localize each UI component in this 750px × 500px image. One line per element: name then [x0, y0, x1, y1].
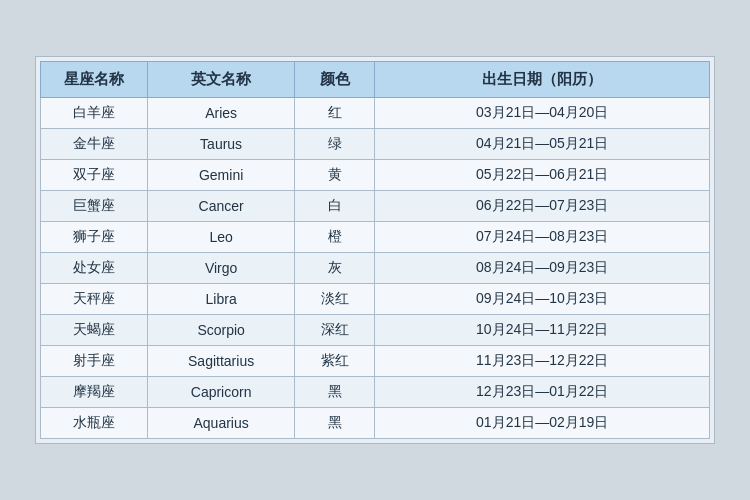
- cell-date: 07月24日—08月23日: [375, 222, 710, 253]
- cell-english: Taurus: [148, 129, 295, 160]
- cell-chinese: 白羊座: [41, 98, 148, 129]
- cell-chinese: 狮子座: [41, 222, 148, 253]
- cell-english: Cancer: [148, 191, 295, 222]
- header-chinese: 星座名称: [41, 62, 148, 98]
- table-row: 水瓶座Aquarius黑01月21日—02月19日: [41, 408, 710, 439]
- cell-chinese: 处女座: [41, 253, 148, 284]
- table-row: 处女座Virgo灰08月24日—09月23日: [41, 253, 710, 284]
- cell-chinese: 金牛座: [41, 129, 148, 160]
- cell-english: Scorpio: [148, 315, 295, 346]
- cell-date: 10月24日—11月22日: [375, 315, 710, 346]
- cell-date: 05月22日—06月21日: [375, 160, 710, 191]
- cell-color: 绿: [295, 129, 375, 160]
- cell-chinese: 射手座: [41, 346, 148, 377]
- cell-color: 深红: [295, 315, 375, 346]
- cell-color: 黄: [295, 160, 375, 191]
- table-row: 摩羯座Capricorn黑12月23日—01月22日: [41, 377, 710, 408]
- cell-chinese: 天秤座: [41, 284, 148, 315]
- cell-color: 橙: [295, 222, 375, 253]
- table-row: 天蝎座Scorpio深红10月24日—11月22日: [41, 315, 710, 346]
- cell-english: Aries: [148, 98, 295, 129]
- cell-english: Virgo: [148, 253, 295, 284]
- cell-color: 淡红: [295, 284, 375, 315]
- cell-english: Sagittarius: [148, 346, 295, 377]
- cell-color: 紫红: [295, 346, 375, 377]
- cell-date: 03月21日—04月20日: [375, 98, 710, 129]
- table-row: 金牛座Taurus绿04月21日—05月21日: [41, 129, 710, 160]
- cell-english: Capricorn: [148, 377, 295, 408]
- zodiac-table-container: 星座名称 英文名称 颜色 出生日期（阳历） 白羊座Aries红03月21日—04…: [35, 56, 715, 444]
- cell-english: Gemini: [148, 160, 295, 191]
- table-row: 巨蟹座Cancer白06月22日—07月23日: [41, 191, 710, 222]
- cell-date: 08月24日—09月23日: [375, 253, 710, 284]
- cell-chinese: 天蝎座: [41, 315, 148, 346]
- cell-color: 白: [295, 191, 375, 222]
- table-body: 白羊座Aries红03月21日—04月20日金牛座Taurus绿04月21日—0…: [41, 98, 710, 439]
- table-row: 狮子座Leo橙07月24日—08月23日: [41, 222, 710, 253]
- cell-date: 06月22日—07月23日: [375, 191, 710, 222]
- header-color: 颜色: [295, 62, 375, 98]
- table-header-row: 星座名称 英文名称 颜色 出生日期（阳历）: [41, 62, 710, 98]
- cell-chinese: 双子座: [41, 160, 148, 191]
- header-english: 英文名称: [148, 62, 295, 98]
- cell-chinese: 水瓶座: [41, 408, 148, 439]
- cell-chinese: 巨蟹座: [41, 191, 148, 222]
- cell-english: Leo: [148, 222, 295, 253]
- cell-chinese: 摩羯座: [41, 377, 148, 408]
- cell-english: Aquarius: [148, 408, 295, 439]
- cell-date: 12月23日—01月22日: [375, 377, 710, 408]
- zodiac-table: 星座名称 英文名称 颜色 出生日期（阳历） 白羊座Aries红03月21日—04…: [40, 61, 710, 439]
- cell-date: 09月24日—10月23日: [375, 284, 710, 315]
- cell-date: 11月23日—12月22日: [375, 346, 710, 377]
- cell-date: 04月21日—05月21日: [375, 129, 710, 160]
- table-row: 射手座Sagittarius紫红11月23日—12月22日: [41, 346, 710, 377]
- cell-english: Libra: [148, 284, 295, 315]
- table-row: 双子座Gemini黄05月22日—06月21日: [41, 160, 710, 191]
- table-row: 天秤座Libra淡红09月24日—10月23日: [41, 284, 710, 315]
- cell-color: 黑: [295, 377, 375, 408]
- cell-date: 01月21日—02月19日: [375, 408, 710, 439]
- cell-color: 黑: [295, 408, 375, 439]
- header-date: 出生日期（阳历）: [375, 62, 710, 98]
- table-row: 白羊座Aries红03月21日—04月20日: [41, 98, 710, 129]
- cell-color: 灰: [295, 253, 375, 284]
- cell-color: 红: [295, 98, 375, 129]
